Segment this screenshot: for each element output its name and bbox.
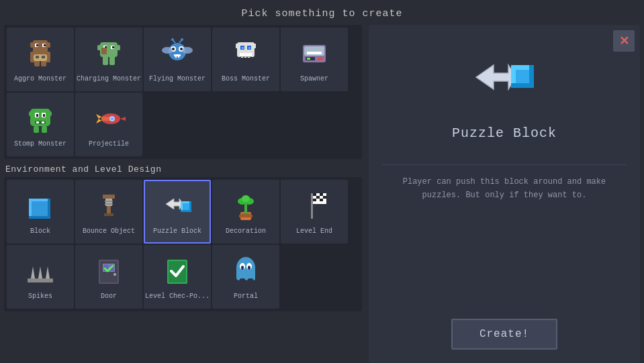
svg-rect-43: [251, 44, 256, 48]
level-end-icon: [297, 189, 332, 223]
svg-rect-109: [316, 196, 320, 199]
svg-point-32: [162, 47, 173, 54]
svg-rect-47: [248, 47, 250, 49]
svg-rect-85: [103, 195, 115, 199]
charging-monster-icon: [91, 36, 126, 71]
svg-rect-14: [36, 56, 39, 58]
grid-item-door[interactable]: Door: [75, 245, 142, 309]
spawner-icon: [297, 36, 332, 71]
enemies-grid: Aggro Monster: [4, 25, 362, 159]
svg-rect-107: [313, 193, 316, 196]
grid-item-projectile[interactable]: Projectile: [75, 93, 142, 156]
svg-rect-100: [244, 204, 247, 213]
svg-marker-131: [476, 65, 516, 89]
grid-item-stomp-monster[interactable]: Stomp Monster: [7, 93, 74, 156]
projectile-icon: [91, 101, 126, 136]
stomp-monster-icon: [23, 101, 58, 136]
svg-rect-111: [313, 199, 316, 201]
svg-rect-15: [42, 56, 45, 58]
svg-rect-5: [36, 44, 38, 46]
svg-rect-89: [105, 202, 112, 203]
portal-label: Portal: [234, 293, 258, 301]
svg-point-39: [171, 38, 174, 41]
boss-monster-label: Boss Monster: [222, 75, 270, 83]
divider: [382, 164, 627, 165]
svg-point-130: [248, 266, 250, 270]
svg-rect-35: [175, 55, 177, 58]
preview-description: Player can push this block around and ma…: [382, 175, 627, 203]
svg-rect-36: [178, 55, 179, 58]
stomp-monster-label: Stomp Monster: [14, 140, 66, 148]
grid-item-portal[interactable]: Portal: [212, 245, 279, 309]
svg-rect-55: [307, 52, 322, 54]
svg-rect-136: [511, 83, 534, 88]
svg-rect-113: [28, 278, 53, 282]
environment-grid: Block: [4, 177, 362, 311]
svg-rect-79: [29, 199, 50, 219]
svg-rect-88: [105, 201, 113, 202]
svg-marker-114: [31, 266, 35, 278]
svg-rect-34: [174, 54, 181, 56]
svg-point-122: [113, 273, 116, 276]
projectile-label: Projectile: [89, 140, 129, 148]
svg-rect-52: [240, 56, 252, 57]
grid-item-decoration[interactable]: Decoration: [212, 180, 279, 244]
svg-rect-67: [36, 121, 39, 123]
svg-rect-65: [43, 114, 45, 117]
grid-item-level-end[interactable]: Level End: [281, 180, 348, 244]
svg-marker-75: [96, 119, 101, 123]
portal-icon: [228, 254, 263, 289]
door-label: Door: [101, 293, 117, 301]
svg-rect-18: [115, 45, 120, 50]
grid-item-puzzle-block[interactable]: Puzzle Block: [144, 180, 211, 244]
boss-monster-icon: [228, 36, 263, 71]
grid-item-boss-monster[interactable]: Boss Monster: [212, 28, 279, 91]
dialog-title: Pick something to create: [0, 0, 644, 25]
flying-monster-label: Flying Monster: [149, 75, 205, 83]
svg-rect-42: [236, 44, 240, 48]
grid-item-bounce-object[interactable]: Bounce Object: [75, 180, 142, 244]
svg-point-78: [111, 117, 113, 120]
svg-rect-24: [103, 56, 108, 65]
svg-rect-7: [36, 50, 45, 53]
svg-rect-112: [320, 199, 323, 201]
puzzle-block-icon: [160, 189, 195, 223]
grid-item-spawner[interactable]: Spawner: [281, 28, 348, 91]
level-end-label: Level End: [296, 227, 332, 236]
aggro-monster-label: Aggro Monster: [14, 75, 66, 83]
svg-marker-115: [38, 266, 42, 278]
grid-item-aggro-monster[interactable]: Aggro Monster: [7, 28, 74, 91]
grid-item-level-checkpoint[interactable]: Level Chec-Po...: [144, 245, 211, 309]
charging-monster-label: Charging Monster: [77, 75, 141, 83]
svg-rect-91: [105, 205, 112, 206]
preview-icon: [471, 45, 538, 112]
environment-section-label: Environment and Level Design: [4, 159, 362, 177]
svg-point-129: [241, 266, 244, 270]
grid-item-spikes[interactable]: Spikes: [7, 245, 74, 309]
create-button[interactable]: Create!: [451, 319, 557, 350]
svg-rect-25: [109, 56, 115, 65]
svg-rect-46: [242, 47, 244, 49]
grid-item-flying-monster[interactable]: Flying Monster: [144, 28, 211, 91]
svg-rect-1: [30, 42, 36, 48]
svg-marker-116: [46, 266, 50, 278]
grid-item-charging-monster[interactable]: Charging Monster: [75, 28, 142, 91]
svg-rect-6: [44, 44, 46, 46]
bounce-object-label: Bounce Object: [83, 227, 135, 236]
grid-item-block[interactable]: Block: [7, 180, 74, 244]
svg-rect-60: [29, 111, 34, 116]
svg-rect-90: [105, 203, 113, 205]
svg-rect-83: [29, 216, 50, 219]
svg-rect-87: [105, 199, 112, 201]
close-button[interactable]: ✕: [613, 30, 635, 52]
items-panel: Aggro Monster: [0, 25, 366, 363]
svg-rect-57: [307, 58, 310, 60]
aggro-monster-icon: [23, 36, 58, 71]
svg-rect-81: [29, 199, 32, 219]
svg-point-103: [242, 195, 250, 202]
svg-rect-126: [236, 268, 255, 278]
decoration-label: Decoration: [226, 227, 266, 236]
svg-rect-22: [112, 46, 114, 48]
svg-marker-74: [96, 114, 101, 119]
level-checkpoint-label: Level Chec-Po...: [145, 293, 210, 301]
